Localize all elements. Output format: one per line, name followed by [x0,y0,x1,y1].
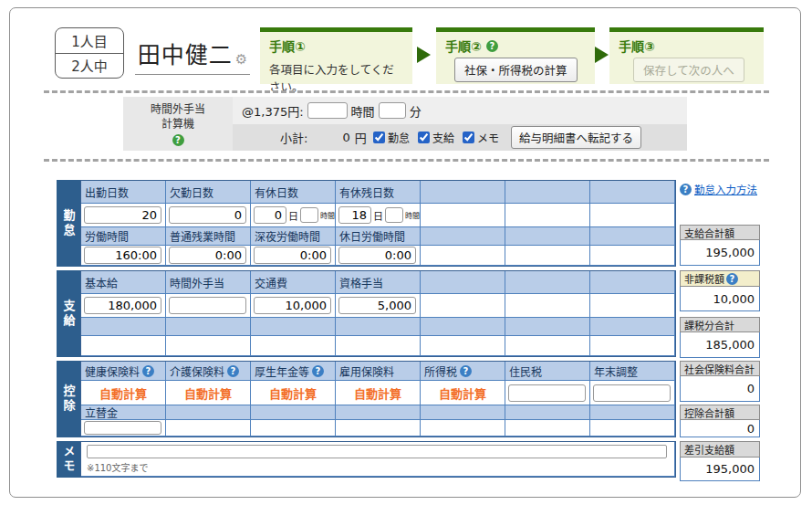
input-cell-empty [590,246,675,266]
header-cell-empty [505,318,590,336]
step-2-title: 手順② ? [445,37,586,55]
attendance-checkbox[interactable] [373,132,385,143]
advance-payment-input[interactable] [84,421,161,435]
header-resident-tax: 住民税 [505,362,590,381]
input-cell-empty [336,336,421,356]
payment-checkbox[interactable] [418,132,430,143]
overtime-pay-input[interactable] [169,297,246,314]
help-icon[interactable]: ? [227,365,239,377]
header-work-hours: 労働時間 [81,227,166,246]
taxable-total-value: 185,000 [680,332,760,358]
day-unit-label: 日 [288,208,298,223]
dashed-separator [44,159,769,162]
paid-leave-remaining-days-input[interactable] [338,206,371,224]
header-absence-days: 欠勤日数 [166,181,251,204]
payment-total-value: 195,000 [680,240,760,266]
deduction-total-value: 0 [680,420,760,437]
header-cell-empty [505,271,590,294]
step-3-box: 手順③ 保存して次の人へ [609,27,764,84]
memo-checkbox[interactable] [463,132,474,143]
qualification-allowance-input[interactable] [338,297,416,314]
input-cell-empty [590,204,675,227]
attendance-checkbox-label: 勤怠 [388,130,410,145]
arrow-right-icon [595,47,609,63]
memo-cell: ※110文字まで [81,442,675,477]
transfer-options: 勤怠 支給 メモ 給与明細書へ転記する [373,126,641,149]
step-1-box: 手順① 各項目に入力をしてください。 [260,27,412,84]
overtime-hours-cell [166,246,251,266]
paid-leave-hours-input[interactable] [300,207,318,223]
header-cell-empty [590,271,675,294]
transfer-to-payslip-button[interactable]: 給与明細書へ転記する [511,126,641,149]
year-end-adjustment-input[interactable] [593,384,671,402]
absence-days-cell [166,204,251,227]
help-icon[interactable]: ? [172,134,184,146]
auto-calc-health-insurance: 自動計算 [81,381,166,405]
tax-exempt-summary: 非課税額 ? 10,000 [680,270,760,311]
social-insurance-total-label: 社会保険料合計 [680,361,760,376]
paid-leave-remaining-hours-input[interactable] [385,207,403,223]
header-cell-empty [505,227,590,246]
work-hours-input[interactable] [84,247,161,264]
payment-section: 支給 基本給 時間外手当 交通費 資格手当 [57,270,676,357]
help-icon[interactable]: ? [486,40,498,52]
payroll-entry-page: 1人目 2人中 田中健二 ⚙ 手順① 各項目に入力をしてください。 手順② ? … [0,0,812,505]
overtime-minutes-input[interactable] [379,102,406,119]
header-cell-empty [166,318,251,336]
base-salary-input[interactable] [84,297,161,314]
help-icon[interactable]: ? [726,273,738,285]
header-cell-empty [590,318,675,336]
payment-section-label: 支給 [57,270,80,357]
deduction-section: 控除 健康保険料 ? 介護保険料 ? 厚生年金等 ? 雇用保険料 所得税 ? 住… [57,361,676,437]
absence-days-input[interactable] [169,206,246,224]
attendance-help-link[interactable]: ? 勤怠入力方法 [680,182,764,196]
checkbox-attendance[interactable]: 勤怠 [373,130,410,145]
save-next-person-button[interactable]: 保存して次の人へ [633,58,744,82]
net-payment-label: 差引支給額 [680,441,760,458]
work-days-input[interactable] [84,206,161,224]
memo-grid: ※110文字まで [80,441,676,478]
tax-exempt-label-text: 非課税額 [684,271,724,286]
dashed-separator [44,90,769,93]
header-cell-empty [166,405,251,420]
header-paid-leave-days: 有休日数 [251,181,336,204]
taxable-total-summary: 課税分合計 185,000 [680,317,760,358]
help-icon[interactable]: ? [142,365,154,377]
header-overtime-hours: 普通残業時間 [166,227,251,246]
deduction-total-label: 控除合計額 [680,405,760,420]
step-2-box: 手順② ? 社保・所得税の計算 [436,27,595,84]
help-icon[interactable]: ? [460,365,472,377]
deduction-grid: 健康保険料 ? 介護保険料 ? 厚生年金等 ? 雇用保険料 所得税 ? 住民税 … [80,361,676,437]
attendance-help-link-text[interactable]: 勤怠入力方法 [694,182,757,196]
input-cell-empty [166,336,251,356]
header-employment-insurance: 雇用保険料 [336,362,421,381]
memo-input[interactable] [87,445,667,458]
overtime-hours-field[interactable] [169,247,246,264]
person-counter: 1人目 2人中 [55,27,124,79]
overtime-calculator-label: 時間外手当 計算機 ? [123,97,233,151]
resident-tax-input[interactable] [508,384,586,402]
input-cell-empty [421,204,505,227]
payment-total-summary: 支給合計額 195,000 [680,225,760,266]
net-payment-summary: 差引支給額 195,000 [680,441,760,481]
input-cell-empty [590,294,675,318]
payment-checkbox-label: 支給 [432,130,454,145]
help-icon[interactable]: ? [312,365,324,377]
paid-leave-days-input[interactable] [254,206,286,224]
employee-name: 田中健二 [138,37,233,69]
header-label: 介護保険料 [170,363,224,379]
checkbox-memo[interactable]: メモ [463,130,499,145]
base-salary-cell [81,294,166,318]
gear-icon[interactable]: ⚙ [235,53,247,69]
input-cell-empty [590,420,675,437]
midnight-hours-input[interactable] [254,247,331,264]
paid-leave-cell: 日 時間 [251,204,336,227]
checkbox-payment[interactable]: 支給 [418,130,454,145]
overtime-hours-input[interactable] [307,102,348,119]
header-pension: 厚生年金等 ? [251,362,336,381]
commute-allowance-input[interactable] [254,297,331,314]
input-cell-empty [505,420,590,437]
day-unit-label: 日 [373,208,383,223]
calc-insurance-tax-button[interactable]: 社保・所得税の計算 [454,58,578,82]
holiday-hours-input[interactable] [338,247,416,264]
